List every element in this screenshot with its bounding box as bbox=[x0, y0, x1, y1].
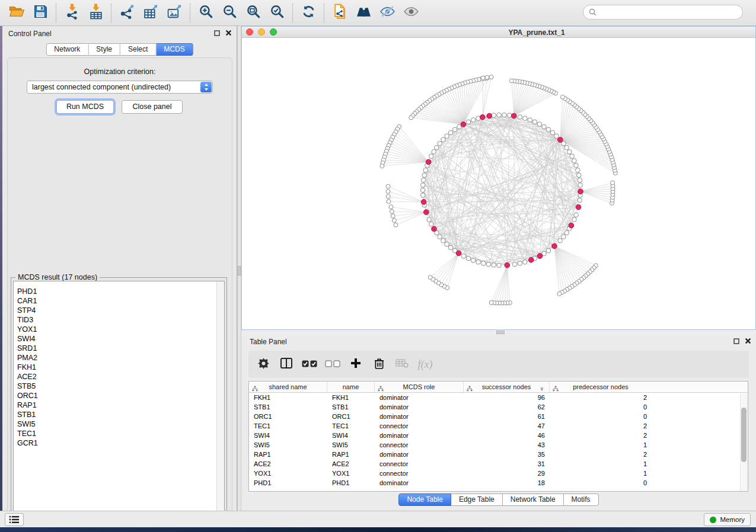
column-header-successor-nodes[interactable]: successor nodes∨ bbox=[464, 382, 550, 392]
task-history-button[interactable] bbox=[5, 513, 24, 526]
import-table-button[interactable] bbox=[84, 2, 107, 24]
mcds-result-node[interactable]: STB1 bbox=[17, 410, 224, 419]
zoom-window-button[interactable] bbox=[270, 28, 277, 36]
minimize-window-button[interactable] bbox=[258, 28, 265, 36]
run-mcds-button[interactable]: Run MCDS bbox=[56, 100, 114, 114]
splitter-grip[interactable] bbox=[238, 266, 241, 275]
function-builder-button: f(x) bbox=[416, 354, 434, 374]
cell: ORC1 bbox=[249, 412, 327, 421]
share-network-button[interactable] bbox=[328, 2, 352, 24]
zoom-selected-button[interactable] bbox=[265, 2, 289, 24]
column-label: shared name bbox=[269, 383, 307, 390]
mcds-result-node[interactable]: STP4 bbox=[17, 306, 224, 315]
table-row[interactable]: FKH1FKH1dominator962 bbox=[249, 393, 748, 402]
desktop-wallpaper-strip bbox=[0, 527, 756, 532]
column-header-shared-name[interactable]: shared name bbox=[249, 382, 327, 392]
mcds-list-scrollbar[interactable] bbox=[216, 281, 224, 518]
criterion-select[interactable]: largest connected component (undirected) bbox=[27, 81, 213, 94]
mcds-result-node[interactable]: GCR1 bbox=[17, 438, 224, 448]
network-canvas[interactable] bbox=[242, 38, 755, 329]
search-input[interactable] bbox=[600, 7, 742, 18]
table-row[interactable]: TEC1TEC1connector472 bbox=[249, 421, 748, 431]
splitter-grip[interactable] bbox=[496, 331, 505, 334]
import-network-button[interactable] bbox=[60, 2, 84, 24]
select-all-columns-button[interactable] bbox=[301, 354, 318, 374]
tab-mcds[interactable]: MCDS bbox=[156, 43, 193, 56]
search-field[interactable] bbox=[583, 5, 743, 20]
column-label: name bbox=[343, 383, 359, 390]
refresh-view-button[interactable] bbox=[296, 2, 320, 24]
table-scrollbar-track[interactable] bbox=[740, 393, 748, 491]
mcds-result-node[interactable]: TID3 bbox=[17, 315, 224, 325]
tab-network-table[interactable]: Network Table bbox=[503, 493, 564, 506]
first-neighbors-button[interactable] bbox=[352, 2, 375, 24]
export-image-button[interactable] bbox=[162, 2, 186, 24]
column-label: MCDS role bbox=[403, 383, 435, 390]
memory-label: Memory bbox=[720, 516, 745, 523]
tab-node-table[interactable]: Node Table bbox=[398, 493, 451, 506]
memory-button[interactable]: Memory bbox=[704, 513, 751, 526]
open-file-button[interactable] bbox=[5, 2, 28, 24]
mcds-result-node[interactable]: CAR1 bbox=[17, 296, 224, 306]
shared-column-icon bbox=[378, 384, 384, 395]
show-all-button[interactable] bbox=[399, 2, 423, 24]
export-table-button[interactable] bbox=[139, 2, 162, 24]
table-row[interactable]: YOX1YOX1connector291 bbox=[249, 469, 748, 478]
float-panel-icon[interactable] bbox=[733, 338, 739, 344]
tab-motifs[interactable]: Motifs bbox=[564, 493, 599, 506]
mcds-result-node[interactable]: SWI5 bbox=[17, 419, 224, 429]
tab-style[interactable]: Style bbox=[88, 43, 120, 56]
table-row[interactable]: SWI4SWI4dominator462 bbox=[249, 431, 748, 440]
deselect-all-columns-button[interactable] bbox=[324, 354, 342, 374]
mcds-result-node[interactable]: FKH1 bbox=[17, 363, 224, 372]
zoom-in-button[interactable] bbox=[194, 2, 218, 24]
cell: PHD1 bbox=[249, 478, 327, 488]
tab-edge-table[interactable]: Edge Table bbox=[451, 493, 503, 506]
cell: 61 bbox=[464, 412, 550, 421]
close-panel-button[interactable]: Close panel bbox=[122, 100, 183, 114]
mcds-result-node[interactable]: SRD1 bbox=[17, 344, 224, 353]
mcds-result-node[interactable]: PHD1 bbox=[17, 287, 224, 296]
export-network-button[interactable] bbox=[115, 2, 139, 24]
table-row[interactable]: RAP1RAP1dominator352 bbox=[249, 450, 748, 459]
mcds-result-node[interactable]: STB5 bbox=[17, 382, 224, 391]
table-panel-tabs: Node TableEdge TableNetwork TableMotifs bbox=[241, 493, 756, 506]
close-panel-icon[interactable] bbox=[745, 338, 751, 344]
mcds-result-list[interactable]: PHD1CAR1STP4TID3YOX1SWI4SRD1PMA2FKH1ACE2… bbox=[13, 281, 225, 519]
mcds-result-node[interactable]: PMA2 bbox=[17, 353, 224, 363]
mcds-result-node[interactable]: ACE2 bbox=[17, 372, 224, 382]
mcds-result-node[interactable]: YOX1 bbox=[17, 325, 224, 334]
close-window-button[interactable] bbox=[246, 28, 253, 36]
zoom-fit-button[interactable] bbox=[241, 2, 265, 24]
mcds-result-node[interactable]: SWI4 bbox=[17, 334, 224, 344]
split-view-button[interactable] bbox=[277, 354, 295, 374]
mcds-result-node[interactable]: TEC1 bbox=[17, 429, 224, 438]
horizontal-splitter[interactable] bbox=[241, 330, 756, 335]
table-row[interactable]: ACE2ACE2connector311 bbox=[249, 459, 748, 469]
cell: STB1 bbox=[327, 402, 375, 412]
save-session-button[interactable] bbox=[28, 2, 52, 24]
column-header-filler bbox=[652, 382, 748, 392]
cell-filler bbox=[652, 459, 748, 469]
tab-network[interactable]: Network bbox=[46, 43, 88, 56]
zoom-out-button[interactable] bbox=[218, 2, 241, 24]
float-panel-icon[interactable] bbox=[214, 30, 220, 36]
mcds-result-node[interactable]: RAP1 bbox=[17, 400, 224, 410]
tab-select[interactable]: Select bbox=[120, 43, 156, 56]
table-settings-button[interactable] bbox=[254, 354, 272, 374]
table-row[interactable]: STB1STB1dominator620 bbox=[249, 402, 748, 412]
hide-selected-button[interactable] bbox=[375, 2, 399, 24]
table-scrollbar-thumb[interactable] bbox=[741, 408, 747, 462]
table-panel: Table Panel f(x) shared namenameMCDS rol… bbox=[241, 335, 756, 511]
close-panel-icon[interactable] bbox=[225, 30, 232, 36]
delete-column-button[interactable] bbox=[370, 354, 388, 374]
column-header-MCDS-role[interactable]: MCDS role bbox=[375, 382, 464, 392]
mcds-result-node[interactable]: ORC1 bbox=[17, 391, 224, 400]
add-column-button[interactable] bbox=[347, 354, 365, 374]
column-header-name[interactable]: name bbox=[327, 382, 375, 392]
column-header-predecessor-nodes[interactable]: predecessor nodes bbox=[550, 382, 652, 392]
table-row[interactable]: SWI5SWI5connector431 bbox=[249, 440, 748, 450]
vertical-splitter[interactable] bbox=[237, 26, 241, 511]
table-row[interactable]: PHD1PHD1dominator180 bbox=[249, 478, 748, 488]
table-row[interactable]: ORC1ORC1dominator610 bbox=[249, 412, 748, 421]
